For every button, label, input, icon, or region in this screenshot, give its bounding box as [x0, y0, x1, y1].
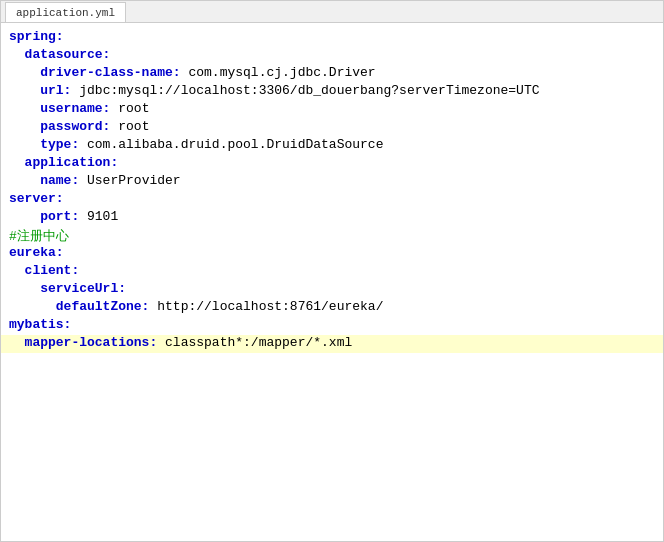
code-line: name: UserProvider — [1, 173, 663, 191]
code-line: mapper-locations: classpath*:/mapper/*.x… — [1, 335, 663, 353]
code-key: serviceUrl: — [9, 281, 126, 296]
code-line: password: root — [1, 119, 663, 137]
code-value: root — [110, 119, 149, 134]
code-key: mybatis: — [9, 317, 71, 332]
code-line: #注册中心 — [1, 227, 663, 245]
code-key: type: — [9, 137, 79, 152]
code-line: driver-class-name: com.mysql.cj.jdbc.Dri… — [1, 65, 663, 83]
code-key: defaultZone: — [9, 299, 149, 314]
code-area: spring: datasource: driver-class-name: c… — [1, 23, 663, 541]
code-key: port: — [9, 209, 79, 224]
code-key: server: — [9, 191, 64, 206]
code-key: datasource: — [9, 47, 110, 62]
code-key: mapper-locations: — [9, 335, 157, 350]
code-comment: #注册中心 — [9, 227, 69, 245]
code-line: url: jdbc:mysql://localhost:3306/db_doue… — [1, 83, 663, 101]
code-line: port: 9101 — [1, 209, 663, 227]
code-line: eureka: — [1, 245, 663, 263]
code-value: http://localhost:8761/eureka/ — [149, 299, 383, 314]
code-key: url: — [9, 83, 71, 98]
code-value: jdbc:mysql://localhost:3306/db_douerbang… — [71, 83, 539, 98]
code-key: client: — [9, 263, 79, 278]
code-line: serviceUrl: — [1, 281, 663, 299]
code-line: defaultZone: http://localhost:8761/eurek… — [1, 299, 663, 317]
code-line: username: root — [1, 101, 663, 119]
code-value: UserProvider — [79, 173, 180, 188]
code-key: spring: — [9, 29, 64, 44]
code-key: password: — [9, 119, 110, 134]
code-line: client: — [1, 263, 663, 281]
code-line: datasource: — [1, 47, 663, 65]
code-line: application: — [1, 155, 663, 173]
code-key: driver-class-name: — [9, 65, 181, 80]
code-key: application: — [9, 155, 118, 170]
code-value: classpath*:/mapper/*.xml — [157, 335, 352, 350]
tab-label: application.yml — [16, 7, 115, 19]
editor-tab[interactable]: application.yml — [5, 2, 126, 22]
code-line: server: — [1, 191, 663, 209]
code-value: root — [110, 101, 149, 116]
tab-bar: application.yml — [1, 1, 663, 23]
code-key: name: — [9, 173, 79, 188]
code-value: com.mysql.cj.jdbc.Driver — [181, 65, 376, 80]
editor-container: application.yml spring: datasource: driv… — [0, 0, 664, 542]
code-value: 9101 — [79, 209, 118, 224]
code-line: mybatis: — [1, 317, 663, 335]
code-line: spring: — [1, 29, 663, 47]
code-key: username: — [9, 101, 110, 116]
code-line: type: com.alibaba.druid.pool.DruidDataSo… — [1, 137, 663, 155]
code-key: eureka: — [9, 245, 64, 260]
code-value: com.alibaba.druid.pool.DruidDataSource — [79, 137, 383, 152]
